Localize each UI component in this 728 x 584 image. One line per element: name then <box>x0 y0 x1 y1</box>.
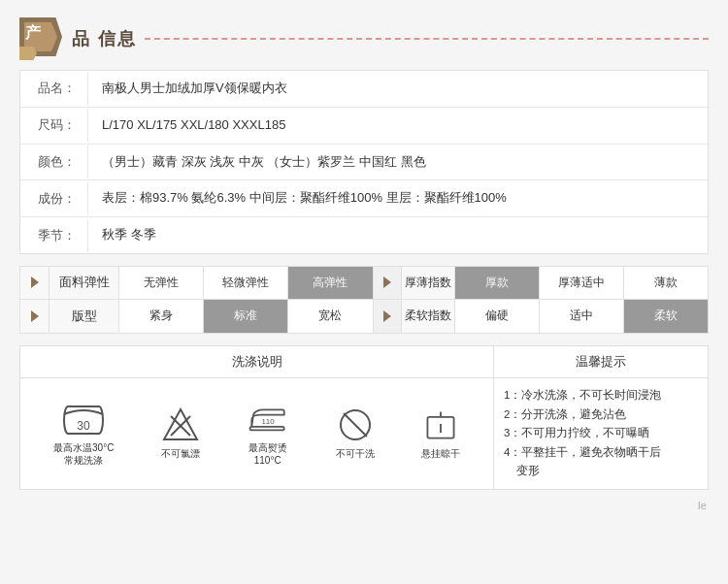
attr-label-elasticity: 面料弹性 <box>50 267 119 299</box>
section-title: 品 信息 <box>72 27 137 50</box>
wash-30-label: 最高水温30°C常规洗涤 <box>53 441 114 467</box>
wash-icon-no-bleach: 不可氯漂 <box>161 406 200 460</box>
label-season: 季节： <box>20 219 88 252</box>
section-header: 产 品 信息 <box>0 10 728 64</box>
svg-text:110: 110 <box>261 417 275 426</box>
attr-option-standard[interactable]: 标准 <box>204 300 288 333</box>
attr-divider-thickness <box>373 267 402 299</box>
attr-option-loose[interactable]: 宽松 <box>288 300 372 333</box>
attr-option-hard[interactable]: 偏硬 <box>455 300 540 333</box>
wash-content: 30 最高水温30°C常规洗涤 不可氯漂 <box>20 378 708 489</box>
warm-tip-1: 1：冷水洗涤，不可长时间浸泡 <box>504 386 698 406</box>
wash-icons: 30 最高水温30°C常规洗涤 不可氯漂 <box>20 378 494 489</box>
value-name: 南极人男士加绒加厚V领保暖内衣 <box>88 71 301 107</box>
svg-text:30: 30 <box>78 419 91 433</box>
attribute-grid: 面料弹性 无弹性 轻微弹性 高弹性 厚薄指数 厚款 厚薄适中 薄款 版型 <box>19 266 709 334</box>
svg-line-8 <box>344 413 367 437</box>
footer-note: Ie <box>0 500 728 515</box>
product-info-table: 品名： 南极人男士加绒加厚V领保暖内衣 尺码： L/170 XL/175 XXL… <box>19 70 709 254</box>
attr-option-no-elastic[interactable]: 无弹性 <box>119 267 204 299</box>
value-color: （男士）藏青 深灰 浅灰 中灰 （女士）紫罗兰 中国红 黑色 <box>88 145 440 180</box>
wash-header: 洗涤说明 温馨提示 <box>20 346 708 378</box>
info-row-size: 尺码： L/170 XL/175 XXL/180 XXXL185 <box>20 108 708 145</box>
page-wrapper: 产 品 信息 品名： 南极人男士加绒加厚V领保暖内衣 尺码： L/170 XL/… <box>0 0 728 525</box>
attr-divider-softness <box>373 300 402 333</box>
iron-label: 最高熨烫110°C <box>248 441 287 467</box>
value-season: 秋季 冬季 <box>88 217 170 253</box>
attr-options-thickness: 厚款 厚薄适中 薄款 <box>455 267 709 299</box>
header-divider <box>145 38 709 40</box>
wash-icon-hang: I 悬挂晾干 <box>421 406 460 460</box>
attr-options-elasticity: 无弹性 轻微弹性 高弹性 <box>119 267 373 299</box>
value-material: 表层：棉93.7% 氨纶6.3% 中间层：聚酯纤维100% 里层：聚酯纤维100… <box>88 180 520 216</box>
attr-option-high-elastic[interactable]: 高弹性 <box>288 267 372 299</box>
header-icon: 产 <box>19 17 66 60</box>
arrow-shape <box>31 276 39 288</box>
wash-30-svg: 30 <box>62 401 105 438</box>
warm-tip-3: 3：不可用力拧绞，不可曝晒 <box>504 424 698 443</box>
divider-arrow-soft-icon <box>383 310 391 322</box>
info-row-name: 品名： 南极人男士加绒加厚V领保暖内衣 <box>20 71 708 108</box>
warm-tip-4: 4：平整挂干，避免衣物晒干后 变形 <box>504 443 698 481</box>
attr-option-slim[interactable]: 紧身 <box>119 300 204 333</box>
warm-tip-2: 2：分开洗涤，避免沾色 <box>504 406 698 425</box>
attr-label-fit: 版型 <box>50 300 119 333</box>
attr-option-soft[interactable]: 柔软 <box>624 300 708 333</box>
wash-icon-30: 30 最高水温30°C常规洗涤 <box>53 401 114 467</box>
wash-icon-iron: 110 最高熨烫110°C <box>247 401 289 467</box>
warm-tips: 1：冷水洗涤，不可长时间浸泡 2：分开洗涤，避免沾色 3：不可用力拧绞，不可曝晒… <box>494 378 708 489</box>
arrow-icon-fit <box>20 300 50 333</box>
attr-options-softness: 偏硬 适中 柔软 <box>455 300 709 333</box>
label-color: 颜色： <box>20 146 88 178</box>
svg-marker-2 <box>164 409 197 439</box>
wash-icon-no-dry: 不可干洗 <box>336 406 375 460</box>
info-row-material: 成份： 表层：棉93.7% 氨纶6.3% 中间层：聚酯纤维100% 里层：聚酯纤… <box>20 180 708 217</box>
header-icon-text: 产 <box>25 25 41 41</box>
svg-text:I: I <box>439 422 443 436</box>
arrow-shape-fit <box>31 310 39 322</box>
attr-label-softness: 柔软指数 <box>402 300 455 333</box>
footer-text: Ie <box>698 500 707 511</box>
wash-wrap: 洗涤说明 温馨提示 30 最高水温30°C常规洗涤 <box>19 345 709 490</box>
attr-option-thick[interactable]: 厚款 <box>455 267 540 299</box>
no-bleach-svg <box>162 406 199 443</box>
no-dry-svg <box>337 406 374 443</box>
attr-options-fit: 紧身 标准 宽松 <box>119 300 373 333</box>
attr-option-medium-soft[interactable]: 适中 <box>540 300 624 333</box>
label-name: 品名： <box>20 72 88 105</box>
attr-row-fit: 版型 紧身 标准 宽松 柔软指数 偏硬 适中 柔软 <box>20 300 708 333</box>
no-bleach-label: 不可氯漂 <box>161 447 200 460</box>
attr-row-elasticity: 面料弹性 无弹性 轻微弹性 高弹性 厚薄指数 厚款 厚薄适中 薄款 <box>20 267 708 300</box>
attr-option-light-elastic[interactable]: 轻微弹性 <box>204 267 288 299</box>
wash-title: 洗涤说明 <box>20 346 494 377</box>
attr-label-thickness: 厚薄指数 <box>402 267 455 299</box>
hang-svg: I <box>422 406 459 443</box>
label-material: 成份： <box>20 182 88 215</box>
info-row-season: 季节： 秋季 冬季 <box>20 217 708 253</box>
value-size: L/170 XL/175 XXL/180 XXXL185 <box>88 108 299 144</box>
attr-option-medium-thick[interactable]: 厚薄适中 <box>540 267 624 299</box>
divider-arrow-icon <box>383 276 391 288</box>
svg-rect-5 <box>249 427 283 431</box>
arrow-icon-elasticity <box>20 267 50 299</box>
attr-option-thin[interactable]: 薄款 <box>624 267 708 299</box>
warm-title: 温馨提示 <box>494 346 708 377</box>
info-row-color: 颜色： （男士）藏青 深灰 浅灰 中灰 （女士）紫罗兰 中国红 黑色 <box>20 145 708 181</box>
no-dry-label: 不可干洗 <box>336 447 375 460</box>
iron-svg: 110 <box>247 401 289 438</box>
label-size: 尺码： <box>20 109 88 142</box>
hang-dry-label: 悬挂晾干 <box>421 447 460 460</box>
